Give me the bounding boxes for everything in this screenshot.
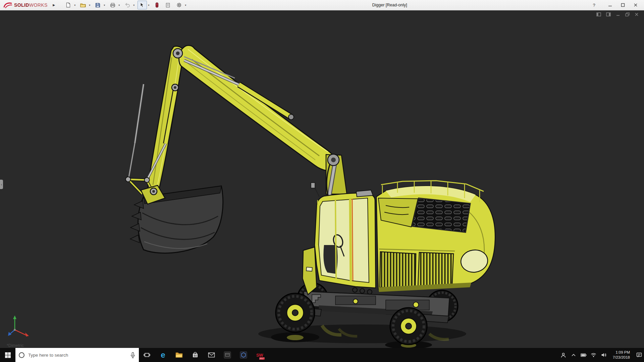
open-folder-icon xyxy=(80,3,86,7)
document-window-controls xyxy=(596,12,639,16)
volume-icon[interactable] xyxy=(601,352,607,358)
start-button[interactable] xyxy=(0,348,15,362)
store-bag-icon xyxy=(192,352,199,358)
search-input[interactable] xyxy=(28,352,127,358)
brand-light: WORKS xyxy=(29,2,48,8)
doc-window-icon-a[interactable] xyxy=(596,12,601,16)
dark-app-icon-2 xyxy=(240,351,247,359)
action-center-icon[interactable] xyxy=(636,352,642,358)
mail-icon xyxy=(208,352,215,358)
clock-date: 7/23/2018 xyxy=(613,355,630,360)
taskbar-app-store[interactable] xyxy=(187,348,203,362)
print-dropdown-caret[interactable]: ▾ xyxy=(117,4,121,7)
undo-button[interactable] xyxy=(123,1,132,9)
save-dropdown-caret[interactable]: ▾ xyxy=(103,4,106,7)
select-dropdown-caret[interactable]: ▾ xyxy=(147,4,151,7)
solidworks-2017-icon: SW 2017 xyxy=(255,351,264,359)
cortana-icon xyxy=(19,352,24,358)
taskbar-app-dark-1[interactable] xyxy=(219,348,235,362)
solidworks-logo-icon xyxy=(3,2,12,8)
solidworks-window: SOLIDWORKS ▶ ▾ ▾ xyxy=(0,0,644,362)
taskbar-app-dark-2[interactable] xyxy=(235,348,252,362)
edge-icon: e xyxy=(161,351,165,359)
taskbar-search[interactable] xyxy=(15,348,139,362)
taskbar-app-file-explorer[interactable] xyxy=(171,348,187,362)
window-controls: ? xyxy=(589,1,644,9)
doc-minimize-button[interactable] xyxy=(616,12,620,16)
options-button[interactable] xyxy=(174,1,184,9)
minimize-button[interactable] xyxy=(605,1,615,9)
save-button[interactable] xyxy=(93,1,103,9)
people-icon[interactable] xyxy=(560,352,567,358)
brand-bold: SOLID xyxy=(14,2,29,8)
menu-flyout-arrow[interactable]: ▶ xyxy=(52,3,56,7)
boom-assembly xyxy=(126,45,347,253)
undo-dropdown-caret[interactable]: ▾ xyxy=(132,4,136,7)
window-title: Digger [Read-only] xyxy=(372,3,407,7)
windows-taskbar: e xyxy=(0,348,644,362)
clock-time: 1:09 PM xyxy=(615,350,630,355)
windows-logo-icon xyxy=(5,352,11,358)
titlebar: SOLIDWORKS ▶ ▾ ▾ xyxy=(0,0,644,10)
feature-manager-flyout-tab[interactable]: ‹ xyxy=(0,180,3,189)
view-orientation-label: *Dimetric xyxy=(7,343,24,348)
doc-restore-button[interactable] xyxy=(625,12,630,16)
taskbar-app-mail[interactable] xyxy=(203,348,219,362)
hidden-icons-chevron[interactable] xyxy=(571,352,577,358)
task-view-icon xyxy=(144,352,150,358)
help-button[interactable]: ? xyxy=(589,1,599,9)
new-document-icon xyxy=(66,2,71,8)
battery-icon[interactable] xyxy=(581,352,587,358)
taskbar-app-edge[interactable]: e xyxy=(155,348,171,362)
file-properties-icon xyxy=(166,3,170,8)
file-explorer-icon xyxy=(175,352,183,358)
excavator-model xyxy=(0,10,644,348)
undo-icon xyxy=(125,3,130,7)
new-dropdown-caret[interactable]: ▾ xyxy=(73,4,77,7)
microphone-icon[interactable] xyxy=(130,352,136,358)
doc-window-icon-b[interactable] xyxy=(606,12,611,16)
orientation-triad xyxy=(7,314,34,340)
new-document-button[interactable] xyxy=(64,1,73,9)
save-icon xyxy=(95,3,100,8)
file-properties-button[interactable] xyxy=(163,1,173,9)
print-icon xyxy=(110,3,115,8)
network-icon[interactable] xyxy=(591,352,597,358)
select-button[interactable] xyxy=(138,1,147,9)
cab xyxy=(303,183,376,295)
options-dropdown-caret[interactable]: ▾ xyxy=(184,4,187,7)
select-cursor-icon xyxy=(140,2,144,8)
solidworks-logo: SOLIDWORKS xyxy=(0,2,48,8)
taskbar-app-solidworks-2017[interactable]: SW 2017 xyxy=(252,348,268,362)
rebuild-button[interactable] xyxy=(152,1,162,9)
quick-toolbar: ▾ ▾ ▾ xyxy=(64,1,189,9)
close-button[interactable] xyxy=(631,1,641,9)
open-dropdown-caret[interactable]: ▾ xyxy=(88,4,92,7)
open-button[interactable] xyxy=(78,1,88,9)
rebuild-icon xyxy=(155,2,159,8)
brand-text: SOLIDWORKS xyxy=(14,2,48,8)
graphics-viewport[interactable]: ‹ *Dimetric xyxy=(0,10,644,348)
taskbar-clock[interactable]: 1:09 PM 7/23/2018 xyxy=(611,350,632,360)
doc-close-button[interactable] xyxy=(635,12,639,16)
print-button[interactable] xyxy=(108,1,117,9)
system-tray: 1:09 PM 7/23/2018 xyxy=(560,348,644,362)
gear-icon xyxy=(176,2,182,8)
maximize-button[interactable] xyxy=(618,1,628,9)
task-view-button[interactable] xyxy=(139,348,155,362)
dark-app-icon-1 xyxy=(224,351,231,359)
